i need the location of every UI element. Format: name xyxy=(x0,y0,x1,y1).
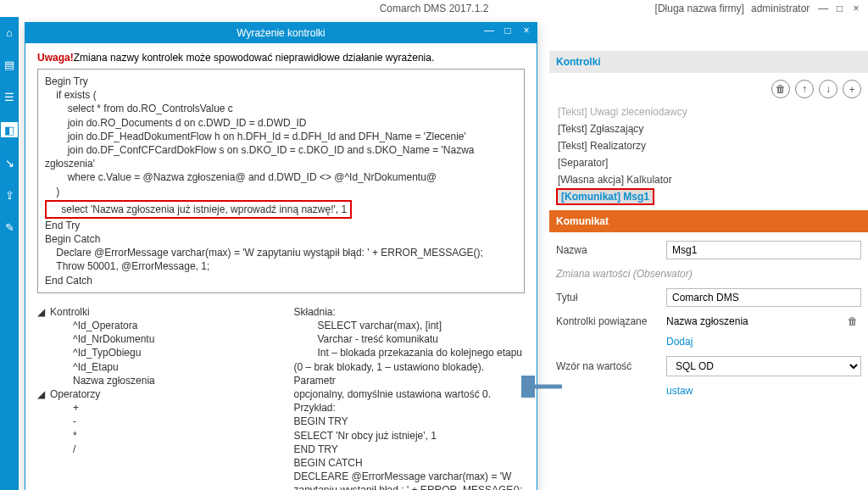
wzor-select[interactable]: SQL OD xyxy=(666,356,861,376)
code-line: join do.DF_ConfCFCardDokFlow s on s.DKO_… xyxy=(45,144,477,170)
right-panel: Kontrolki 🗑 ↑ ↓ ＋ [Tekst] Uwagi zlecenio… xyxy=(549,51,868,397)
syntax-line: Varchar - treść komunikatu xyxy=(294,332,526,346)
syntax-line: Int – blokada przekazania do kolejnego e… xyxy=(294,346,526,359)
user-caption: administrator xyxy=(751,3,810,14)
syntax-line: SELECT varchar(max), [int] xyxy=(294,319,526,332)
nazwa-input[interactable] xyxy=(666,241,861,259)
warning-text: Zmiana nazwy kontrolek może spowodować n… xyxy=(74,52,435,64)
help-left-col: ◢Kontrolki ^Id_Operatora ^Id_NrDokumentu… xyxy=(37,305,269,490)
wzor-label: Wzór na wartość xyxy=(556,360,666,372)
list-item[interactable]: [Tekst] Zgłaszający xyxy=(556,120,861,137)
linked-controls-label: Kontrolki powiązane xyxy=(556,315,666,327)
list-item[interactable]: [Tekst] Uwagi zleceniodawcy xyxy=(556,103,861,120)
code-line: where c.Value = @Nazwa zgłoszenia@ and d… xyxy=(45,171,437,183)
code-line: Declare @ErrorMessage varchar(max) = 'W … xyxy=(45,247,483,259)
komunikat-form: Nazwa Zmiana wartości (Obserwator) Tytuł… xyxy=(549,232,868,397)
tytul-label: Tytuł xyxy=(556,292,666,303)
syntax-title: Składnia: xyxy=(294,305,526,319)
code-line: join do.RO_Documents d on c.DWD_ID = d.D… xyxy=(45,117,306,129)
operator-item[interactable]: - xyxy=(37,415,269,428)
observer-section-label: Zmiana wartości (Obserwator) xyxy=(556,268,861,280)
rail-users-icon[interactable]: ☰ xyxy=(3,90,16,103)
list-item[interactable]: [Tekst] Realizatorzy xyxy=(556,137,861,154)
syntax-line: zapytaniu wystąpił błąd : ' + ERROR_MESS… xyxy=(294,483,526,490)
kontrolki-item[interactable]: ^Id_Etapu xyxy=(37,360,269,374)
syntax-line: Przykład: xyxy=(294,401,526,415)
callout-arrow-icon xyxy=(521,376,564,398)
linked-control-value: Nazwa zgłoszenia xyxy=(666,315,748,327)
syntax-line: BEGIN CATCH xyxy=(294,456,526,470)
window-close-icon[interactable]: × xyxy=(849,3,863,14)
kontrolki-list: [Tekst] Uwagi zleceniodawcy [Tekst] Zgła… xyxy=(549,102,868,210)
expression-dialog: Wyrażenie kontrolki — □ × Uwaga!Zmiana n… xyxy=(25,22,537,490)
dialog-restore-icon[interactable]: □ xyxy=(501,25,515,36)
dialog-minimize-icon[interactable]: — xyxy=(482,25,496,36)
tytul-input[interactable] xyxy=(666,288,861,307)
rail-chart-icon[interactable]: ⇪ xyxy=(3,188,16,202)
sql-editor[interactable]: Begin Try if exists ( select * from do.R… xyxy=(37,69,525,293)
operatorzy-heading: Operatorzy xyxy=(50,388,100,400)
syntax-line: DECLEARE @ErrorMessage varchar(max) = 'W xyxy=(294,470,526,483)
company-caption: [Długa nazwa firmy] xyxy=(655,3,744,14)
help-right-col: Składnia: SELECT varchar(max), [int] Var… xyxy=(294,305,526,490)
warning-line: Uwaga!Zmiana nazwy kontrolek może spowod… xyxy=(37,52,525,64)
move-down-icon[interactable]: ↓ xyxy=(819,80,837,98)
delete-icon[interactable]: 🗑 xyxy=(771,80,790,98)
dialog-close-icon[interactable]: × xyxy=(520,25,533,36)
kontrolki-item[interactable]: Nazwa zgłoszenia xyxy=(37,374,269,387)
syntax-line: SELECT 'Nr obcy już istnieje', 1 xyxy=(294,429,526,443)
code-line: Throw 50001, @ErrorMessage, 1; xyxy=(45,260,209,272)
window-minimize-icon[interactable]: — xyxy=(816,3,830,14)
syntax-line: opcjonalny, domyślnie ustawiona wartość … xyxy=(294,387,526,401)
kontrolki-item[interactable]: ^Id_NrDokumentu xyxy=(37,332,269,346)
ustaw-link[interactable]: ustaw xyxy=(666,385,693,397)
operator-item[interactable]: + xyxy=(37,401,269,415)
add-icon[interactable]: ＋ xyxy=(843,80,861,98)
move-up-icon[interactable]: ↑ xyxy=(795,80,814,98)
highlighted-code-line: select 'Nazwa zgłoszenia już istnieje, w… xyxy=(45,200,352,219)
kontrolki-heading: Kontrolki xyxy=(50,306,90,318)
kontrolki-header: Kontrolki xyxy=(549,51,868,73)
rail-home-icon[interactable]: ⌂ xyxy=(3,25,16,39)
syntax-line: (0 – brak blokady, 1 – ustawiono blokadę… xyxy=(294,360,526,387)
syntax-line: BEGIN TRY xyxy=(294,415,526,428)
trash-icon[interactable]: 🗑 xyxy=(848,315,861,327)
code-line: Begin Try xyxy=(45,75,88,87)
code-line: End Catch xyxy=(45,275,92,287)
left-toolbar: ⌂ ▤ ☰ ◧ ↘ ⇪ ✎ xyxy=(0,17,19,490)
code-line: ) xyxy=(45,186,59,198)
rail-doc-icon[interactable]: ▤ xyxy=(3,58,16,71)
list-item-selected[interactable]: [Komunikat] Msg1 xyxy=(556,188,654,205)
code-line: End Try xyxy=(45,220,80,231)
list-item[interactable]: [Separator] xyxy=(556,154,861,171)
kontrolki-item[interactable]: ^Id_Operatora xyxy=(37,319,269,332)
rail-arrow-icon[interactable]: ↘ xyxy=(3,156,16,170)
operator-item[interactable]: * xyxy=(37,429,269,443)
kontrolki-item[interactable]: ^Id_TypObiegu xyxy=(37,346,269,359)
code-line: join do.DF_HeadDokumentFlow h on h.DFH_I… xyxy=(45,131,466,142)
window-restore-icon[interactable]: □ xyxy=(833,3,847,14)
operator-item[interactable]: / xyxy=(37,443,269,456)
dialog-titlebar[interactable]: Wyrażenie kontrolki — □ × xyxy=(25,23,537,43)
code-line: if exists ( xyxy=(45,89,97,101)
rail-gear-icon[interactable]: ✎ xyxy=(3,220,16,234)
dialog-title: Wyrażenie kontrolki xyxy=(236,27,326,39)
add-link[interactable]: Dodaj xyxy=(666,336,693,348)
komunikat-header: Komunikat xyxy=(549,210,868,232)
nazwa-label: Nazwa xyxy=(556,244,666,256)
rail-settings-icon[interactable]: ◧ xyxy=(1,122,18,137)
code-line: Begin Catch xyxy=(45,233,100,245)
main-titlebar: Comarch DMS 2017.1.2 [Długa nazwa firmy]… xyxy=(0,0,868,17)
list-item[interactable]: [Własna akcja] Kalkulator xyxy=(556,171,861,188)
app-title: Comarch DMS 2017.1.2 xyxy=(380,3,489,14)
warning-tag: Uwaga! xyxy=(37,52,74,64)
syntax-line: END TRY xyxy=(294,443,526,456)
code-line: select * from do.RO_ControlsValue c xyxy=(45,103,233,114)
